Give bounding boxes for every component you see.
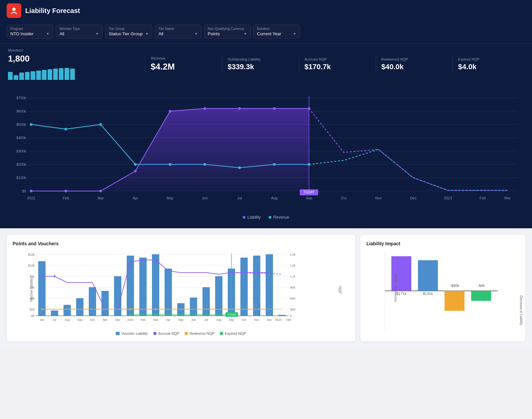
svg-text:-$4k: -$4k [477, 284, 485, 288]
svg-point-105 [129, 308, 131, 310]
svg-point-99 [54, 275, 56, 277]
svg-text:Oct: Oct [90, 318, 95, 321]
li-decrease-label: Decrease in Liability [519, 296, 523, 325]
member-bar [14, 75, 18, 80]
svg-rect-135 [418, 260, 438, 291]
svg-text:Aug: Aug [271, 196, 277, 200]
member-bar [36, 71, 41, 80]
accrued-value: $170.7k [305, 63, 370, 71]
svg-text:$600k: $600k [16, 109, 26, 113]
kpi-divider-5 [453, 56, 453, 73]
svg-text:Nov: Nov [375, 196, 382, 200]
outstanding-label: Outstanding Liability [227, 57, 293, 61]
members-label: Members [8, 48, 140, 52]
svg-rect-139 [471, 291, 491, 301]
member-type-label: Member Type [60, 27, 99, 31]
liability-impact-card: Liability Impact Increase in Liability 0… [360, 235, 525, 341]
liability-label: Liability [247, 215, 261, 220]
svg-text:$131k: $131k [423, 292, 433, 296]
revenue-label: Revenue [273, 215, 289, 220]
expired-legend-dot [220, 332, 223, 335]
pv-legend-accrual: Accrual NQP [153, 331, 180, 335]
filter-bar: Program NTO Insider▼ Member Type All▼ Ti… [0, 21, 532, 43]
member-bar [25, 72, 30, 80]
svg-text:Sep: Sep [229, 318, 234, 321]
svg-text:1.5M: 1.5M [290, 264, 295, 267]
pv-legend: Voucher Liability Accrual NQP Redeemd NQ… [13, 331, 349, 335]
tier-group-value: Status Tier Group▼ [109, 31, 149, 36]
tier-group-filter[interactable]: Tier Group Status Tier Group▼ [105, 25, 152, 39]
program-filter[interactable]: Program NTO Insider▼ [7, 25, 53, 39]
expired-label: Expired NQP [458, 57, 524, 61]
member-bar [53, 69, 58, 80]
svg-text:Sep: Sep [306, 196, 312, 200]
svg-rect-94 [278, 315, 286, 316]
tier-name-filter[interactable]: Tier Name All▼ [155, 25, 201, 39]
pv-y-left-label: Voucher Liability [30, 278, 33, 302]
kpi-bar: Members 1,800 Revenue $4.2M Outstanding … [0, 43, 532, 85]
svg-point-48 [134, 163, 137, 166]
redeemed-value: $40.0k [381, 63, 447, 71]
svg-text:300k: 300k [290, 308, 295, 311]
svg-point-100 [129, 261, 131, 263]
svg-text:Mar: Mar [153, 318, 158, 321]
pv-legend-voucher: Voucher Liability [116, 331, 148, 335]
liability-dot [243, 216, 245, 219]
svg-text:Dec: Dec [115, 318, 120, 321]
svg-text:Jul: Jul [204, 318, 208, 321]
svg-text:$400k: $400k [16, 136, 26, 140]
svg-text:Feb: Feb [141, 318, 146, 321]
svg-text:2022: 2022 [27, 196, 35, 200]
svg-text:Jul: Jul [53, 318, 57, 321]
svg-text:May: May [178, 318, 184, 321]
svg-text:600k: 600k [290, 297, 295, 300]
svg-rect-77 [64, 305, 71, 316]
li-chart-svg: 0 $171k $131k -$40k -$4k [385, 251, 498, 331]
non-qualifying-filter[interactable]: Non-Qualifying Currency Points▼ [204, 25, 251, 39]
svg-point-39 [134, 170, 137, 172]
svg-point-45 [30, 123, 33, 126]
accrual-legend-dot [153, 332, 157, 335]
svg-text:$300k: $300k [16, 149, 26, 153]
voucher-legend-rect [116, 332, 120, 335]
revenue-label: Revenue [151, 56, 216, 60]
program-filter-label: Program [10, 27, 50, 31]
svg-point-38 [99, 190, 102, 192]
svg-rect-88 [202, 287, 210, 316]
members-bar-chart [8, 67, 140, 80]
member-type-filter[interactable]: Member Type All▼ [56, 25, 102, 39]
duration-filter[interactable]: Duration Current Year▼ [253, 25, 300, 39]
svg-text:Feb: Feb [286, 318, 291, 321]
redeemed-label: Redeemed NQP [381, 57, 447, 61]
bottom-section: Points and Vouchers Voucher Liability NQ… [0, 228, 532, 348]
pv-title: Points and Vouchers [13, 241, 349, 246]
svg-text:Jun: Jun [40, 318, 44, 321]
svg-point-106 [155, 308, 157, 310]
svg-text:Apr: Apr [133, 196, 138, 200]
svg-text:Oct: Oct [341, 196, 346, 200]
svg-rect-83 [139, 258, 147, 316]
svg-rect-137 [445, 291, 465, 311]
svg-text:Mar: Mar [504, 196, 511, 200]
pv-chart-svg: $12k $10k $8k $6k $4k $2k $0 1.8M 1.5M 1… [23, 251, 295, 327]
svg-rect-84 [152, 254, 159, 316]
svg-text:Aug: Aug [65, 318, 69, 321]
svg-rect-78 [76, 298, 83, 316]
main-chart-legend: Liability Revenue [8, 215, 524, 223]
svg-text:Jun: Jun [202, 196, 208, 200]
svg-text:$2k: $2k [30, 308, 35, 311]
svg-text:$700k: $700k [16, 96, 26, 100]
member-bar [42, 70, 47, 80]
svg-text:900k: 900k [290, 286, 295, 289]
voucher-legend-label: Voucher Liability [121, 331, 148, 335]
svg-text:1.8M: 1.8M [290, 253, 295, 256]
legend-liability: Liability [243, 215, 261, 220]
svg-text:Apr: Apr [166, 318, 170, 321]
svg-point-98 [41, 275, 43, 277]
member-bar [31, 71, 35, 80]
svg-rect-89 [215, 276, 222, 316]
svg-point-43 [273, 107, 276, 110]
svg-text:Sep: Sep [77, 318, 82, 321]
kpi-members: Members 1,800 [8, 48, 140, 80]
svg-text:Jul: Jul [237, 196, 242, 200]
